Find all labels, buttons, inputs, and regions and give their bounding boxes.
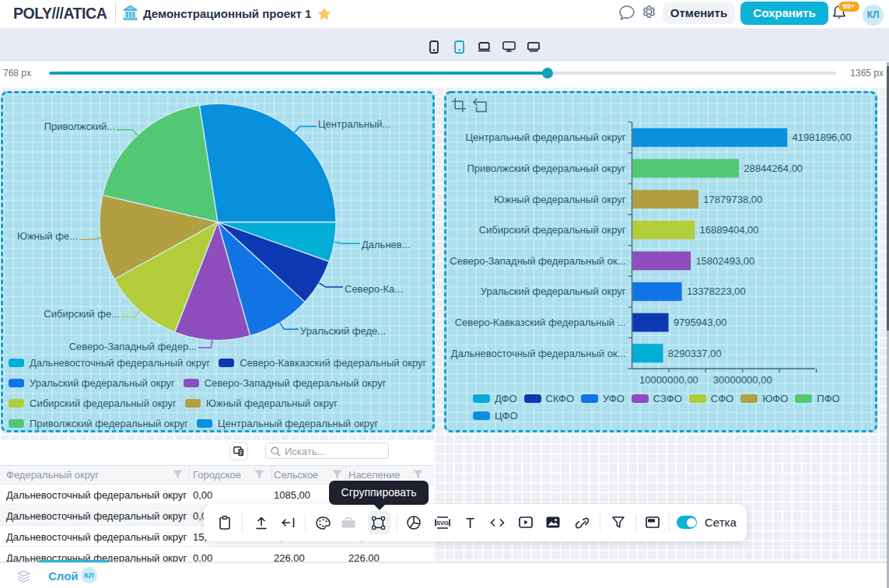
svg-text:28844264,00: 28844264,00: [744, 163, 803, 174]
svg-text:Уральский феде...: Уральский феде...: [300, 325, 386, 337]
svg-text:9795943,00: 9795943,00: [674, 317, 727, 328]
svg-text:Дальнев...: Дальнев...: [362, 239, 411, 250]
svg-text:Южный федеральный округ: Южный федеральный округ: [494, 194, 625, 205]
svg-text:Приволжский федеральный округ: Приволжский федеральный округ: [467, 163, 625, 174]
svg-text:Центральный...: Центральный...: [318, 118, 390, 130]
svg-text:13378223,00: 13378223,00: [687, 285, 746, 297]
svg-text:Приволжский...: Приволжский...: [44, 121, 115, 132]
svg-text:17879738,00: 17879738,00: [703, 194, 762, 205]
svg-text:8290337,00: 8290337,00: [668, 348, 722, 359]
svg-text:10000000,00: 10000000,00: [639, 374, 698, 386]
svg-text:Сибирский федеральный округ: Сибирский федеральный округ: [479, 224, 626, 236]
svg-text:15802493,00: 15802493,00: [695, 255, 754, 267]
svg-text:30000000,00: 30000000,00: [713, 374, 772, 386]
svg-text:Сибирский фе...: Сибирский фе...: [44, 308, 120, 320]
svg-text:Уральский федеральный округ: Уральский федеральный округ: [481, 285, 626, 297]
svg-text:T: T: [466, 516, 474, 530]
svg-text:16889404,00: 16889404,00: [700, 224, 759, 236]
svg-text:Дальневосточный федеральный ок: Дальневосточный федеральный ок...: [451, 348, 626, 359]
svg-text:Северо-Западный федер...: Северо-Западный федер...: [69, 341, 197, 352]
svg-text:Северо-Кавказский федеральный: Северо-Кавказский федеральный ...: [455, 317, 626, 328]
svg-text:Центральный федеральный округ: Центральный федеральный округ: [465, 131, 625, 143]
svg-text:Северо-Западный федеральный ок: Северо-Западный федеральный ок...: [450, 255, 625, 267]
svg-text:SVG: SVG: [436, 520, 449, 527]
svg-text:Северо-Ка...: Северо-Ка...: [345, 283, 403, 295]
svg-text:Южный фе...: Южный фе...: [17, 230, 78, 242]
svg-text:41981896,00: 41981896,00: [793, 131, 852, 143]
